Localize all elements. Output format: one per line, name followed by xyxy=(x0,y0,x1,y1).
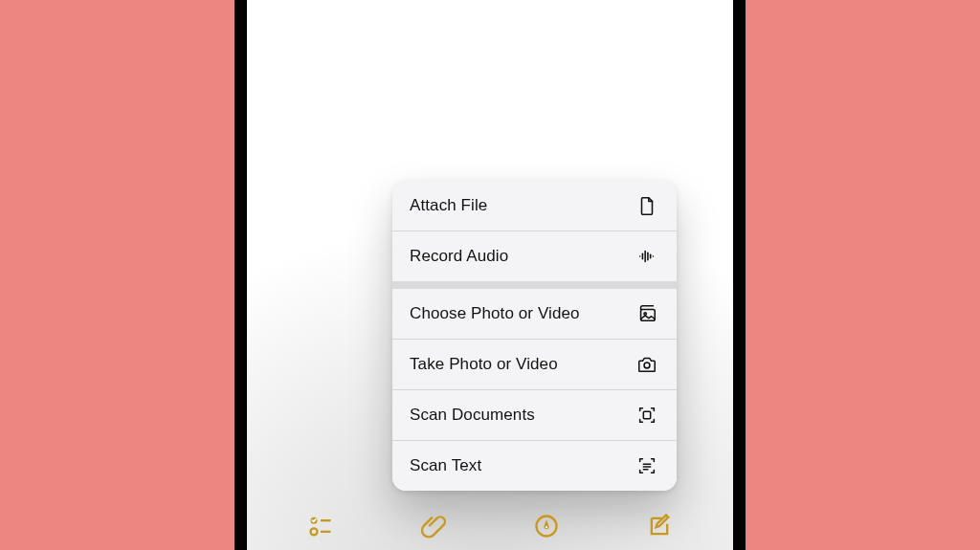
checklist-icon xyxy=(307,513,334,543)
device-frame: Attach File Record Audio Choose xyxy=(234,0,746,550)
menu-item-label: Record Audio xyxy=(410,247,635,266)
photo-stack-icon xyxy=(635,301,659,326)
attachment-menu: Attach File Record Audio Choose xyxy=(392,181,677,491)
attachment-menu-group: Choose Photo or Video Take Photo or Vide… xyxy=(392,281,677,491)
waveform-icon xyxy=(635,244,659,269)
svg-rect-3 xyxy=(643,411,650,418)
bottom-toolbar xyxy=(247,497,733,550)
text-scanner-icon xyxy=(635,453,659,478)
menu-item-label: Attach File xyxy=(410,196,635,215)
pen-circle-icon xyxy=(533,513,560,543)
svg-point-1 xyxy=(644,313,646,315)
compose-icon xyxy=(646,513,673,543)
menu-item-label: Scan Documents xyxy=(410,406,635,425)
menu-item-label: Take Photo or Video xyxy=(410,355,635,374)
svg-point-2 xyxy=(644,363,650,368)
menu-item-label: Choose Photo or Video xyxy=(410,304,635,323)
menu-item-scan-text[interactable]: Scan Text xyxy=(392,440,677,491)
svg-point-5 xyxy=(311,528,318,535)
doc-scanner-icon xyxy=(635,403,659,428)
menu-item-attach-file[interactable]: Attach File xyxy=(392,181,677,231)
menu-item-label: Scan Text xyxy=(410,456,635,475)
menu-item-take-photo[interactable]: Take Photo or Video xyxy=(392,339,677,389)
menu-item-scan-documents[interactable]: Scan Documents xyxy=(392,389,677,440)
attachment-menu-group: Attach File Record Audio xyxy=(392,181,677,281)
svg-point-9 xyxy=(546,526,547,528)
menu-item-choose-photo[interactable]: Choose Photo or Video xyxy=(392,289,677,339)
attach-button[interactable] xyxy=(411,505,457,550)
checklist-button[interactable] xyxy=(298,505,344,550)
notes-screen: Attach File Record Audio Choose xyxy=(247,0,733,550)
svg-rect-0 xyxy=(641,309,656,320)
compose-button[interactable] xyxy=(636,505,682,550)
menu-item-record-audio[interactable]: Record Audio xyxy=(392,231,677,281)
paperclip-icon xyxy=(420,513,447,543)
camera-icon xyxy=(635,352,659,377)
markup-button[interactable] xyxy=(523,505,569,550)
file-icon xyxy=(635,193,659,218)
